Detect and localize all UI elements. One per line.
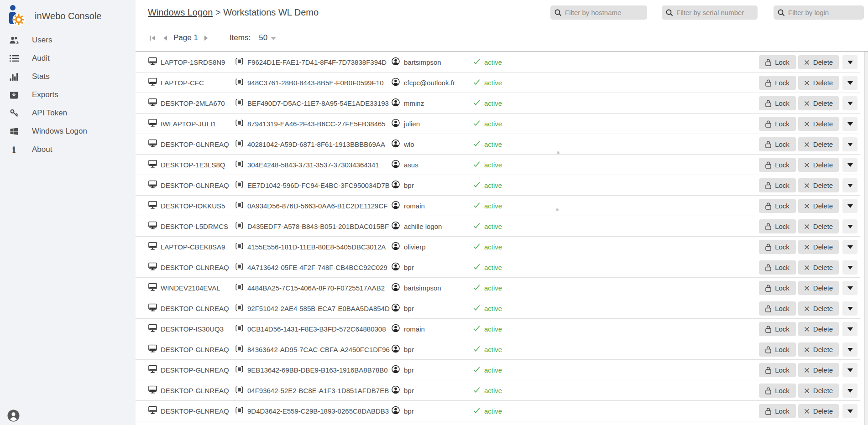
lock-button-label: Lock [775, 79, 790, 87]
sidebar-item-stats[interactable]: Stats [0, 67, 136, 86]
serial-cell: 92F51042-2AE4-585B-ECA7-E0BAA5DA854D [247, 305, 390, 312]
delete-button[interactable]: Delete [798, 137, 839, 151]
lock-button[interactable]: Lock [759, 240, 796, 254]
lock-button[interactable]: Lock [759, 384, 796, 398]
next-page-icon[interactable] [204, 35, 209, 41]
row-menu-button[interactable] [842, 342, 858, 357]
delete-button[interactable]: Delete [798, 384, 839, 398]
lock-button[interactable]: Lock [759, 137, 796, 151]
delete-button[interactable]: Delete [798, 158, 839, 172]
breadcrumb-link-windows-logon[interactable]: Windows Logon [148, 7, 213, 17]
row-menu-button[interactable] [842, 117, 858, 131]
check-icon [473, 58, 480, 66]
row-menu-button[interactable] [842, 219, 858, 233]
filter-login-input[interactable] [788, 9, 861, 16]
row-menu-button[interactable] [842, 322, 858, 336]
lock-button[interactable]: Lock [759, 322, 796, 336]
delete-button[interactable]: Delete [798, 363, 839, 377]
filter-serial-box [662, 5, 758, 20]
lock-button[interactable]: Lock [759, 363, 796, 377]
delete-button[interactable]: Delete [798, 240, 839, 254]
row-menu-button[interactable] [842, 137, 858, 151]
row-menu-button[interactable] [842, 76, 858, 90]
row-menu-button[interactable] [842, 363, 858, 377]
lock-button[interactable]: Lock [759, 158, 796, 172]
hostname-cell: DESKTOP-GLNREAQ [161, 305, 229, 312]
delete-button[interactable]: Delete [798, 281, 839, 295]
barcode-icon [235, 243, 243, 251]
row-menu-button[interactable] [842, 404, 858, 418]
row-menu-button[interactable] [842, 96, 858, 110]
person-icon [392, 386, 400, 395]
lock-button[interactable]: Lock [759, 301, 796, 316]
serial-cell: 0CB14D56-1431-F8E3-B3FD-572C64880308 [247, 325, 386, 333]
row-menu-button[interactable] [842, 240, 858, 254]
delete-button[interactable]: Delete [798, 55, 839, 69]
sidebar-item-windows-logon[interactable]: Windows Logon [0, 122, 136, 140]
account-avatar-icon[interactable] [7, 409, 20, 422]
sidebar-item-about[interactable]: i About [0, 140, 136, 159]
row-menu-button[interactable] [842, 55, 858, 69]
login-cell: wlo [404, 140, 414, 148]
delete-button[interactable]: Delete [798, 301, 839, 316]
login-cell: bpr [404, 346, 414, 353]
sidebar-item-api-token[interactable]: API Token [0, 104, 136, 122]
delete-button[interactable]: Delete [798, 117, 839, 131]
row-menu-button[interactable] [842, 178, 858, 192]
lock-button[interactable]: Lock [759, 199, 796, 213]
dropdown-caret-icon [271, 37, 276, 40]
row-menu-button[interactable] [842, 158, 858, 172]
lock-button[interactable]: Lock [759, 219, 796, 233]
sidebar-item-audit[interactable]: Audit [0, 49, 136, 67]
login-cell: bartsimpson [404, 284, 441, 292]
serial-cell: 4155E556-181D-11EB-80E8-5405DBC3012A [247, 243, 386, 251]
person-icon [392, 160, 400, 170]
row-menu-button[interactable] [842, 301, 858, 316]
row-menu-button[interactable] [842, 260, 858, 275]
barcode-icon [235, 222, 243, 230]
delete-button[interactable]: Delete [798, 219, 839, 233]
delete-button[interactable]: Delete [798, 76, 839, 90]
row-menu-button[interactable] [842, 281, 858, 295]
delete-button[interactable]: Delete [798, 178, 839, 192]
hostname-cell: DESKTOP-GLNREAQ [161, 387, 229, 394]
lock-button[interactable]: Lock [759, 260, 796, 275]
row-menu-button[interactable] [842, 384, 858, 398]
vertical-scrollbar[interactable] [864, 47, 868, 425]
lock-button[interactable]: Lock [759, 281, 796, 295]
prev-page-icon[interactable] [163, 35, 167, 41]
check-icon [473, 284, 480, 292]
lock-button[interactable]: Lock [759, 55, 796, 69]
delete-button[interactable]: Delete [798, 199, 839, 213]
row-menu-caret-icon [847, 266, 853, 270]
barcode-icon [235, 140, 243, 148]
lock-button[interactable]: Lock [759, 178, 796, 192]
delete-button-label: Delete [813, 79, 833, 87]
sidebar-item-users[interactable]: Users [0, 31, 136, 49]
row-menu-button[interactable] [842, 199, 858, 213]
delete-button[interactable]: Delete [798, 96, 839, 110]
lock-icon [765, 408, 771, 415]
delete-button[interactable]: Delete [798, 404, 839, 418]
lock-button[interactable]: Lock [759, 96, 796, 110]
lock-button[interactable]: Lock [759, 342, 796, 357]
lock-icon [765, 387, 771, 394]
sidebar-item-exports[interactable]: Exports [0, 86, 136, 104]
filter-serial-input[interactable] [676, 9, 754, 16]
person-icon [392, 222, 400, 231]
lock-button[interactable]: Lock [759, 76, 796, 90]
lock-button[interactable]: Lock [759, 117, 796, 131]
delete-button[interactable]: Delete [798, 260, 839, 275]
brand[interactable]: inWebo Console [0, 0, 136, 28]
delete-button[interactable]: Delete [798, 342, 839, 357]
barcode-icon [235, 325, 243, 333]
person-icon [392, 98, 400, 108]
hostname-cell: DESKTOP-1E3LS8Q [161, 161, 225, 169]
filter-hostname-input[interactable] [565, 9, 644, 16]
monitor-icon [148, 406, 157, 416]
first-page-icon[interactable] [149, 35, 156, 41]
delete-button[interactable]: Delete [798, 322, 839, 336]
items-per-page-select[interactable]: 50 [259, 33, 276, 42]
person-icon [392, 283, 400, 293]
lock-button[interactable]: Lock [759, 404, 796, 418]
